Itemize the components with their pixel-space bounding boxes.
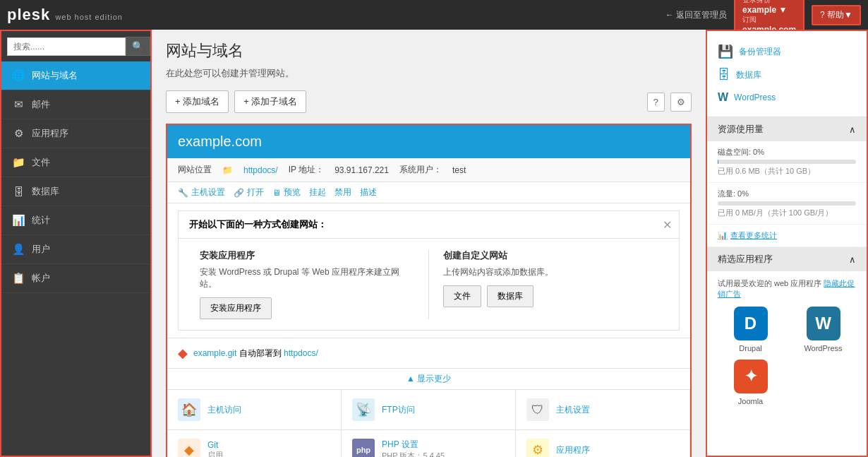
git-link[interactable]: example.git bbox=[193, 348, 236, 358]
ftp-icon: 📡 bbox=[352, 398, 375, 421]
git-info: example.git 自动部署到 httpdocs/ bbox=[193, 348, 318, 360]
backup-icon: 💾 bbox=[718, 44, 733, 59]
featured-apps-title: 精选应用程序 bbox=[718, 253, 773, 266]
feature-apps[interactable]: ⚙ 应用程序 bbox=[516, 430, 690, 457]
php-icon: php bbox=[352, 439, 375, 457]
feature-host-access[interactable]: 🏠 主机访问 bbox=[167, 390, 342, 430]
wordpress-link[interactable]: W WordPress bbox=[718, 87, 856, 108]
content-area: 网站与域名 在此处您可以创建并管理网站。 + 添加域名 + 添加子域名 ? ⚙ … bbox=[152, 30, 706, 457]
custom-site-desc: 上传网站内容或添加数据库。 bbox=[443, 266, 658, 278]
host-settings-link[interactable]: 🔧 主机设置 bbox=[178, 186, 225, 198]
page-subtitle: 在此处您可以创建并管理网站。 bbox=[166, 67, 692, 80]
account-label: 登录身份 bbox=[742, 0, 796, 5]
disk-resource: 磁盘空间: 0% 已用 0.6 MB（共计 10 GB） bbox=[707, 141, 867, 183]
search-input[interactable] bbox=[7, 37, 126, 56]
feature-host-access-text: 主机访问 bbox=[207, 404, 241, 416]
system-user-label: 系统用户： bbox=[399, 164, 442, 176]
toolbar: + 添加域名 + 添加子域名 ? ⚙ bbox=[166, 90, 692, 113]
search-box: 🔍 bbox=[1, 31, 150, 61]
git-section: ◆ example.git 自动部署到 httpdocs/ bbox=[167, 338, 690, 368]
add-subdomain-button[interactable]: + 添加子域名 bbox=[234, 90, 306, 113]
site-location-label: 网站位置 bbox=[178, 164, 212, 176]
disk-label: 磁盘空间: 0% bbox=[718, 147, 856, 158]
accounts-icon: 📋 bbox=[12, 272, 25, 285]
show-more-button[interactable]: ▲ 显示更少 bbox=[167, 368, 690, 389]
install-app-button[interactable]: 安装应用程序 bbox=[200, 297, 272, 319]
sidebar-item-websites-label: 网站与域名 bbox=[32, 69, 78, 82]
apps-section: 试用最受欢迎的 web 应用程序 隐藏此促销广告 D Drupal W Word… bbox=[707, 271, 867, 413]
custom-site-files-button[interactable]: 文件 bbox=[443, 285, 481, 307]
open-link[interactable]: 🔗 打开 bbox=[234, 186, 264, 198]
sidebar-item-apps-label: 应用程序 bbox=[32, 127, 68, 140]
feature-ftp-text: FTP访问 bbox=[382, 404, 415, 416]
sidebar-item-mail[interactable]: ✉ 邮件 bbox=[1, 90, 150, 119]
resources-section-header: 资源使用量 ∧ bbox=[707, 117, 867, 141]
sidebar-item-users[interactable]: 👤 用户 bbox=[1, 235, 150, 264]
joomla-app[interactable]: ✦ Joomla bbox=[718, 360, 783, 405]
domain-info: 网站位置 📁 httpdocs/ IP 地址： 93.91.167.221 系统… bbox=[167, 158, 690, 182]
drupal-app[interactable]: D Drupal bbox=[718, 307, 783, 352]
settings-icon-button[interactable]: ⚙ bbox=[670, 93, 692, 112]
logo: plesk web host edition bbox=[7, 6, 123, 24]
websites-icon: 🌐 bbox=[12, 69, 25, 82]
disable-link[interactable]: 禁用 bbox=[334, 186, 351, 198]
backup-manager-link[interactable]: 💾 备份管理器 bbox=[718, 40, 856, 64]
wordpress-label: WordPress bbox=[734, 93, 776, 102]
sidebar-item-accounts[interactable]: 📋 帐户 bbox=[1, 264, 150, 293]
setup-panel-inner: 安装应用程序 安装 WordPress 或 Drupal 等 Web 应用程序来… bbox=[179, 239, 679, 330]
describe-link[interactable]: 描述 bbox=[360, 186, 377, 198]
database-icon: 🗄 bbox=[718, 68, 730, 83]
sidebar-item-databases[interactable]: 🗄 数据库 bbox=[1, 177, 150, 206]
mail-icon: ✉ bbox=[12, 98, 25, 111]
feature-ftp[interactable]: 📡 FTP访问 bbox=[342, 390, 516, 430]
feature-php[interactable]: php PHP 设置 PHP 版本：5.4.45 bbox=[342, 430, 516, 457]
domain-title: example.com bbox=[178, 133, 680, 150]
drupal-label: Drupal bbox=[739, 344, 761, 352]
joomla-icon: ✦ bbox=[734, 360, 768, 393]
git-feat-icon: ◆ bbox=[178, 439, 200, 457]
database-link[interactable]: 🗄 数据库 bbox=[718, 64, 856, 87]
sidebar-item-databases-label: 数据库 bbox=[32, 185, 59, 198]
feature-apps-title: 应用程序 bbox=[556, 444, 590, 456]
stats-chart-icon: 📊 bbox=[718, 231, 728, 240]
setup-close-button[interactable]: ✕ bbox=[663, 218, 672, 232]
feature-git-text: Git 启用 bbox=[207, 440, 223, 458]
feature-apps-text: 应用程序 bbox=[556, 444, 590, 456]
back-button[interactable]: ← 返回至管理员 bbox=[665, 9, 727, 21]
disk-used: 已用 0.6 MB（共计 10 GB） bbox=[718, 166, 856, 177]
suspend-link[interactable]: 挂起 bbox=[309, 186, 326, 198]
httpdocs-link[interactable]: httpdocs/ bbox=[243, 165, 278, 175]
resources-title: 资源使用量 bbox=[718, 123, 764, 136]
more-stats-link[interactable]: 📊 查看更多统计 bbox=[718, 230, 856, 241]
sidebar-item-apps[interactable]: ⚙ 应用程序 bbox=[1, 119, 150, 148]
featured-apps-header: 精选应用程序 ∧ bbox=[707, 247, 867, 271]
custom-site-db-button[interactable]: 数据库 bbox=[487, 285, 534, 307]
help-icon-button[interactable]: ? bbox=[647, 93, 665, 112]
preview-link[interactable]: 🖥 预览 bbox=[272, 186, 301, 198]
database-label: 数据库 bbox=[736, 69, 761, 81]
setup-panel: ✕ 开始以下面的一种方式创建网站： 安装应用程序 安装 WordPress 或 … bbox=[178, 210, 680, 331]
feature-php-subtitle: PHP 版本：5.4.45 bbox=[382, 451, 445, 457]
add-domain-button[interactable]: + 添加域名 bbox=[166, 90, 229, 113]
search-button[interactable]: 🔍 bbox=[126, 37, 150, 56]
git-path-link[interactable]: httpdocs/ bbox=[284, 348, 318, 358]
setup-title: 开始以下面的一种方式创建网站： bbox=[179, 211, 679, 239]
sidebar-item-files[interactable]: 📁 文件 bbox=[1, 148, 150, 177]
featured-apps-collapse-icon[interactable]: ∧ bbox=[849, 254, 856, 265]
resources-collapse-icon[interactable]: ∧ bbox=[849, 124, 856, 135]
header: plesk web host edition ← 返回至管理员 登录身份 exa… bbox=[0, 0, 868, 30]
setup-custom-site: 创建自定义网站 上传网站内容或添加数据库。 文件 数据库 bbox=[433, 249, 668, 319]
help-button[interactable]: ? 帮助▼ bbox=[812, 5, 861, 25]
wordpress-icon: W bbox=[718, 91, 728, 104]
sidebar-item-stats[interactable]: 📊 统计 bbox=[1, 206, 150, 235]
system-user-value: test bbox=[452, 165, 466, 175]
wordpress-app[interactable]: W WordPress bbox=[790, 307, 856, 352]
git-desc: 自动部署到 httpdocs/ bbox=[239, 348, 318, 358]
sidebar-item-users-label: 用户 bbox=[32, 243, 50, 256]
suspend-label: 挂起 bbox=[309, 186, 326, 198]
sidebar-item-websites[interactable]: 🌐 网站与域名 bbox=[1, 61, 150, 90]
feature-host-settings[interactable]: 🛡 主机设置 bbox=[516, 390, 690, 430]
preview-label: 预览 bbox=[284, 186, 301, 198]
disk-bar-bg bbox=[718, 160, 856, 164]
feature-git[interactable]: ◆ Git 启用 bbox=[167, 430, 342, 457]
